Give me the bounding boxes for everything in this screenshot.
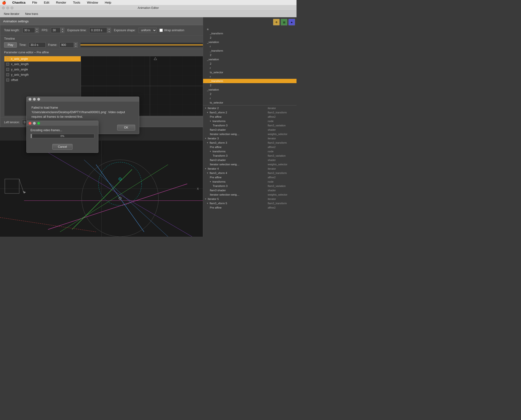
param-x-axis-angle[interactable]: x_axis_angle: [4, 56, 81, 61]
apple-menu-icon[interactable]: 🍎: [2, 1, 6, 5]
fps-input[interactable]: [51, 28, 60, 33]
tree-transforms-4[interactable]: ▾ transforms node: [203, 180, 296, 184]
param-checkbox-y-axis-angle[interactable]: [6, 68, 9, 71]
tree-flam3-xform-3[interactable]: ▾ flam3_xform 3 flam3_transform: [203, 141, 296, 145]
tree-pre-affine-3[interactable]: Pre affine affine2: [203, 145, 296, 149]
exposure-time-spinner[interactable]: ▲ ▼: [89, 28, 111, 33]
cancel-button[interactable]: Cancel: [52, 144, 72, 150]
frame-input[interactable]: [59, 42, 74, 48]
param-checkbox-offset[interactable]: [6, 79, 9, 82]
frame-label: Frame:: [48, 43, 57, 47]
total-length-arrows[interactable]: ▲ ▼: [35, 28, 39, 33]
encoding-tl-max[interactable]: [37, 122, 40, 125]
menubar-edit[interactable]: Edit: [43, 0, 51, 5]
encoding-tl-close[interactable]: [29, 122, 31, 125]
tree-item-a[interactable]: a: [203, 27, 296, 31]
fps-up[interactable]: ▲: [61, 28, 64, 30]
tree-shader-2[interactable]: flam3 shader shader: [203, 128, 296, 132]
new-iterator-btn[interactable]: New iterator: [2, 12, 21, 16]
tl-inactive-close: [2, 7, 5, 9]
tree-weights-2[interactable]: Iterator selection weig… weights_selecto…: [203, 132, 296, 136]
tree-item-r-4[interactable]: r: [203, 96, 296, 100]
exposure-time-arrows[interactable]: ▲ ▼: [107, 28, 111, 33]
tree-shader-3[interactable]: flam3 shader shader: [203, 158, 296, 162]
exposure-shape-select[interactable]: uniform: [139, 28, 156, 33]
param-checkbox-x-axis-angle[interactable]: [6, 57, 9, 60]
tree-iterator-2[interactable]: ▾ Iterator 2 iterator: [203, 106, 296, 110]
exposure-time-input[interactable]: [89, 28, 107, 33]
tree-iterator-5[interactable]: ▾ Iterator 5 iterator: [203, 197, 296, 201]
tree-item-2-e[interactable]: 2: [203, 92, 296, 96]
tree-item-transform-1[interactable]: _transform: [203, 31, 296, 36]
total-length-spinner[interactable]: ▲ ▼: [22, 28, 39, 33]
tree-label-2-d: 2: [210, 84, 295, 87]
tree-weights-3[interactable]: Iterator selection weig… weights_selecto…: [203, 162, 296, 166]
tree-item-transform-2[interactable]: _transform: [203, 49, 296, 53]
icon-btn-3[interactable]: ◈: [288, 19, 295, 25]
tree-item-r-1[interactable]: r: [203, 44, 296, 49]
tree-pre-affine-5[interactable]: Pre affine affine2: [203, 205, 296, 210]
tree-weights-4[interactable]: Iterator selection weig… weights_selecto…: [203, 193, 296, 197]
tree-item-variation-1[interactable]: _variation: [203, 40, 296, 44]
tree-flam3-xform-5[interactable]: ▾ flam3_xform 5 flam3_transform: [203, 201, 296, 205]
new-transform-btn[interactable]: New trans: [24, 12, 40, 16]
param-y-axis-length[interactable]: y_axis_length: [4, 72, 81, 77]
icon-btn-1[interactable]: ⚙: [273, 19, 280, 25]
tree-item-variation-2[interactable]: _variation: [203, 57, 296, 61]
param-checkbox-x-axis-length[interactable]: [6, 63, 9, 66]
time-input[interactable]: [29, 42, 46, 48]
tree-iterator-4[interactable]: ▾ Iterator 4 iterator: [203, 166, 296, 171]
wrap-animation-checkbox[interactable]: [159, 29, 163, 32]
tree-item-variation-3[interactable]: _variation: [203, 88, 296, 92]
tree-item-2-d[interactable]: 2: [203, 83, 296, 88]
frame-up[interactable]: ▲: [74, 43, 78, 45]
total-length-down[interactable]: ▼: [35, 30, 39, 33]
exposure-time-up[interactable]: ▲: [107, 28, 111, 30]
tree-transforms-3[interactable]: ▾ transforms node: [203, 149, 296, 154]
menubar-chaotica[interactable]: Chaotica: [11, 0, 27, 5]
tree-transform3-3[interactable]: Transform 3 flam3_variation: [203, 154, 296, 158]
frame-spinner[interactable]: ▲ ▼: [59, 42, 78, 48]
menubar-tools[interactable]: Tools: [72, 0, 82, 5]
tree-flam3-xform-4[interactable]: ▾ flam3_xform 4 flam3_transform: [203, 171, 296, 175]
frame-down[interactable]: ▼: [74, 45, 78, 47]
menubar-file[interactable]: File: [31, 0, 39, 5]
fps-down[interactable]: ▼: [61, 30, 64, 33]
param-y-axis-angle[interactable]: y_axis_angle: [4, 67, 81, 72]
tree-item-2-a[interactable]: 2: [203, 36, 296, 40]
icon-btn-2[interactable]: ▤: [281, 19, 287, 25]
menubar-window[interactable]: Window: [86, 0, 99, 5]
wrap-animation-checkbox-label[interactable]: Wrap animation: [159, 29, 184, 32]
fps-spinner[interactable]: ▲ ▼: [51, 28, 64, 33]
tree-pre-affine-4[interactable]: Pre affine affine2: [203, 175, 296, 180]
tree-flam3-xform-2[interactable]: ▾ flam3_xform 2 flam3_transform: [203, 110, 296, 115]
tree-item-r-3[interactable]: r: [203, 75, 296, 79]
total-length-input[interactable]: [22, 28, 35, 33]
param-checkbox-y-axis-length[interactable]: [6, 73, 9, 76]
timeline-slider[interactable]: [80, 42, 203, 48]
tree-iterator-3[interactable]: ▾ Iterator 3 iterator: [203, 136, 296, 141]
total-length-up[interactable]: ▲: [35, 28, 39, 30]
tree-label-iterator-3: Iterator 3: [208, 137, 265, 140]
param-x-axis-length[interactable]: x_axis_length: [4, 61, 81, 67]
tree-shader-4[interactable]: flam3 shader shader: [203, 188, 296, 193]
tree-transform3-4[interactable]: Transform 3 flam3_variation: [203, 184, 296, 188]
param-offset[interactable]: offset: [4, 77, 81, 83]
play-button[interactable]: Play: [4, 42, 17, 48]
tree-item-2-b[interactable]: 2: [203, 53, 296, 57]
tree-item-r-2[interactable]: r: [203, 66, 296, 70]
exposure-time-down[interactable]: ▼: [107, 30, 111, 33]
tree-pre-affine-2[interactable]: Pre affine affine2: [203, 115, 296, 119]
menubar-render[interactable]: Render: [54, 0, 68, 5]
tree-item-ts-selector-2[interactable]: ts_selector: [203, 100, 296, 105]
frame-arrows[interactable]: ▲ ▼: [74, 42, 78, 48]
tree-transform3-2[interactable]: Transform 3 flam3_variation: [203, 123, 296, 128]
tree-item-ts-selector-1[interactable]: ts_selector: [203, 70, 296, 75]
fps-arrows[interactable]: ▲ ▼: [60, 28, 64, 33]
tree-item-2-c[interactable]: 2: [203, 61, 296, 66]
menubar-help[interactable]: Help: [103, 0, 113, 5]
tree-item-transform-highlighted[interactable]: _transform: [203, 79, 296, 83]
tree-transforms-2[interactable]: ▾ transforms node: [203, 119, 296, 123]
tree-label-weights-3: Iterator selection weig…: [210, 163, 265, 166]
ok-button[interactable]: OK: [117, 125, 135, 130]
